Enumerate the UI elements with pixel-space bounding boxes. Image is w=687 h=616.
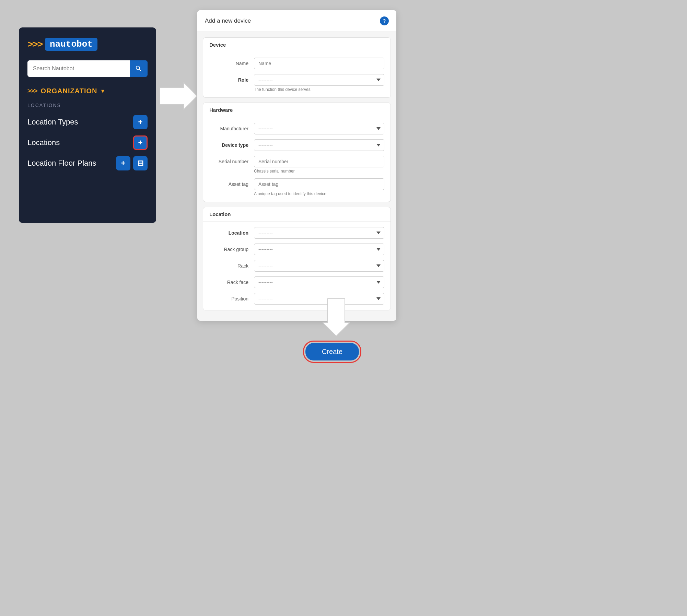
position-row: Position --------- <box>209 293 384 305</box>
name-label: Name <box>209 58 254 66</box>
svg-marker-1 <box>323 298 350 336</box>
location-field: --------- <box>254 227 384 239</box>
rack-group-label: Rack group <box>209 244 254 252</box>
modal-panel: Add a new device ? Device Name Role ----… <box>197 10 396 321</box>
org-caret-icon: ▼ <box>100 88 106 94</box>
role-hint: The function this device serves <box>254 87 384 92</box>
device-section: Device Name Role --------- The function … <box>203 37 391 98</box>
manufacturer-row: Manufacturer --------- <box>209 123 384 134</box>
add-location-button[interactable]: + <box>133 135 148 150</box>
nav-item-locations: Locations + <box>27 134 148 151</box>
asset-input[interactable] <box>254 178 384 190</box>
serial-row: Serial number Chassis serial number <box>209 156 384 174</box>
location-section: Location Location --------- Rack group -… <box>203 207 391 310</box>
org-label: ORGANIZATION <box>41 87 97 95</box>
rack-field: --------- <box>254 260 384 272</box>
device-type-row: Device type --------- <box>209 139 384 151</box>
rack-face-field: --------- <box>254 276 384 288</box>
serial-label: Serial number <box>209 156 254 164</box>
hardware-section-body: Manufacturer --------- Device type -----… <box>203 117 391 202</box>
manufacturer-select[interactable]: --------- <box>254 123 384 134</box>
rack-label: Rack <box>209 260 254 269</box>
rack-group-select[interactable]: --------- <box>254 244 384 255</box>
name-input[interactable] <box>254 58 384 69</box>
arrow-right-icon <box>160 82 197 110</box>
nav-item-location-types-buttons: + <box>133 115 148 129</box>
name-row: Name <box>209 58 384 69</box>
device-type-select[interactable]: --------- <box>254 139 384 151</box>
table-icon: ⊟ <box>137 159 143 168</box>
rack-face-label: Rack face <box>209 276 254 285</box>
asset-hint: A unique tag used to identify this devic… <box>254 191 384 196</box>
position-select[interactable]: --------- <box>254 293 384 305</box>
nav-item-locations-buttons: + <box>133 135 148 150</box>
add-location-floor-plan-button[interactable]: + <box>116 156 130 170</box>
location-section-header: Location <box>203 207 391 222</box>
device-type-label: Device type <box>209 139 254 148</box>
serial-field: Chassis serial number <box>254 156 384 174</box>
plus-icon: + <box>121 159 126 168</box>
device-section-header: Device <box>203 38 391 52</box>
location-select[interactable]: --------- <box>254 227 384 239</box>
rack-group-field: --------- <box>254 244 384 255</box>
serial-input[interactable] <box>254 156 384 167</box>
arrow-down-icon <box>323 298 350 336</box>
search-button[interactable] <box>130 60 148 77</box>
serial-hint: Chassis serial number <box>254 169 384 174</box>
device-type-field: --------- <box>254 139 384 151</box>
location-row: Location --------- <box>209 227 384 239</box>
nav-item-location-floor-plans: Location Floor Plans + ⊟ <box>27 155 148 172</box>
modal-header: Add a new device ? <box>197 10 396 32</box>
nav-item-location-floor-plans-label[interactable]: Location Floor Plans <box>27 159 96 168</box>
modal-body: Device Name Role --------- The function … <box>197 32 396 321</box>
search-bar <box>27 60 148 77</box>
locations-section-header: LOCATIONS <box>27 103 148 108</box>
view-location-floor-plan-button[interactable]: ⊟ <box>133 156 148 170</box>
add-location-type-button[interactable]: + <box>133 115 148 129</box>
search-icon <box>135 65 142 72</box>
nav-item-location-types: Location Types + <box>27 114 148 131</box>
location-section-body: Location --------- Rack group --------- <box>203 222 391 310</box>
create-button-area: Create <box>305 343 359 360</box>
role-row: Role --------- The function this device … <box>209 74 384 92</box>
hardware-section: Hardware Manufacturer --------- Device t… <box>203 103 391 202</box>
manufacturer-field: --------- <box>254 123 384 134</box>
name-field <box>254 58 384 69</box>
create-button[interactable]: Create <box>305 343 359 360</box>
nav-item-locations-label[interactable]: Locations <box>27 138 60 147</box>
rack-row: Rack --------- <box>209 260 384 272</box>
logo-area: >>> nautobot <box>27 38 148 51</box>
hardware-section-header: Hardware <box>203 103 391 117</box>
nav-item-location-floor-plans-buttons: + ⊟ <box>116 156 148 170</box>
svg-marker-0 <box>160 82 197 110</box>
role-field: --------- The function this device serve… <box>254 74 384 92</box>
org-section[interactable]: >>> ORGANIZATION ▼ <box>27 87 148 95</box>
search-input[interactable] <box>27 60 130 77</box>
modal-title: Add a new device <box>205 17 251 24</box>
rack-select[interactable]: --------- <box>254 260 384 272</box>
nav-item-location-types-label[interactable]: Location Types <box>27 118 78 127</box>
manufacturer-label: Manufacturer <box>209 123 254 131</box>
rack-face-select[interactable]: --------- <box>254 276 384 288</box>
role-label: Role <box>209 74 254 83</box>
help-button[interactable]: ? <box>380 16 389 25</box>
asset-row: Asset tag A unique tag used to identify … <box>209 178 384 196</box>
role-select[interactable]: --------- <box>254 74 384 86</box>
asset-label: Asset tag <box>209 178 254 187</box>
position-label: Position <box>209 293 254 301</box>
rack-group-row: Rack group --------- <box>209 244 384 255</box>
asset-field: A unique tag used to identify this devic… <box>254 178 384 196</box>
location-label: Location <box>209 227 254 236</box>
rack-face-row: Rack face --------- <box>209 276 384 288</box>
device-section-body: Name Role --------- The function this de… <box>203 52 391 97</box>
plus-icon: + <box>138 138 143 147</box>
logo-arrows-icon: >>> <box>27 39 42 50</box>
org-arrows-icon: >>> <box>27 87 37 95</box>
position-field: --------- <box>254 293 384 305</box>
plus-icon: + <box>138 118 143 127</box>
sidebar: >>> nautobot >>> ORGANIZATION ▼ LOCATION… <box>19 27 156 223</box>
app-logo: nautobot <box>45 38 97 51</box>
